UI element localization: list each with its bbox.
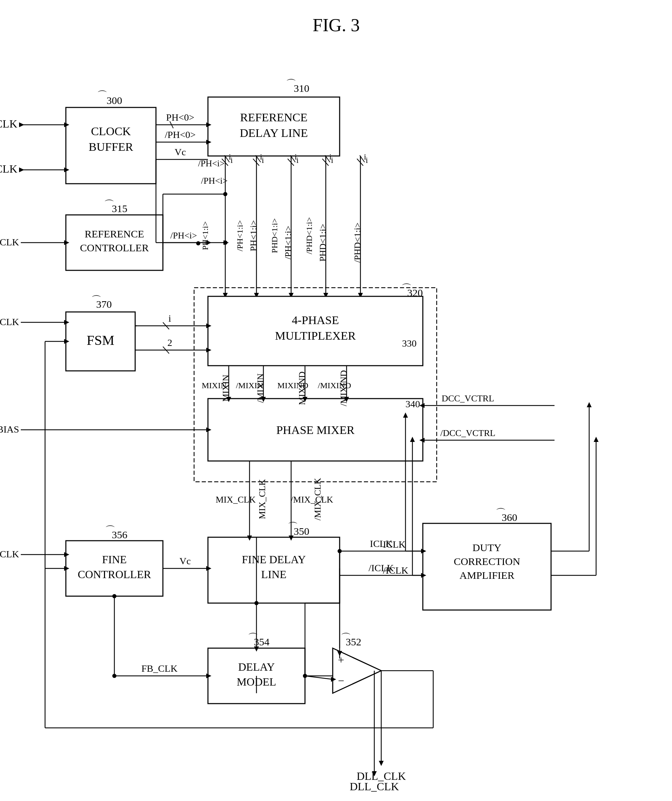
ndcc-vctrl-label: /DCC_VCTRL	[440, 428, 495, 438]
diagram-container: FIG. 3 CLOCK BUFFER 300 ⌒ CLK /CLK REFER…	[0, 0, 672, 801]
nph0-label: /PH<0>	[165, 129, 196, 140]
clock-buffer-label-1: CLOCK	[91, 125, 131, 138]
fine-delay-line-label-1: FINE DELAY	[242, 553, 306, 566]
clock-buffer-ref-arc: ⌒	[97, 89, 108, 101]
svg-point-127	[338, 549, 342, 553]
nmixind-rotated-label: /MIXIND	[339, 370, 349, 406]
four-phase-mux-label-2: MULTIPLEXER	[275, 329, 356, 342]
clock-buffer-label-2: BUFFER	[89, 140, 133, 153]
fsm-label: FSM	[87, 332, 114, 348]
svg-marker-5	[19, 167, 24, 172]
svg-marker-91	[379, 761, 384, 766]
ref-delay-line-label-1: REFERENCE	[240, 111, 308, 124]
phase-mixer-label: PHASE MIXER	[276, 423, 355, 436]
minus-label: −	[338, 674, 344, 687]
ref-clk-label-2: REF_CLK	[0, 317, 19, 327]
nphd1i-label: /PHD<1:i>	[305, 217, 313, 254]
duty-correction-amp-label-3: AMPLIFIER	[460, 569, 514, 581]
duty-correction-amp-label-1: DUTY	[473, 542, 501, 553]
ref-clk-label-1: REF_CLK	[0, 237, 19, 248]
ref-delay-line-label-2: DELAY LINE	[240, 127, 308, 139]
delay-model-label-1: DELAY	[238, 661, 275, 673]
ref-clk-label-3: REF_CLK	[0, 548, 19, 560]
phi-label-2: /PH<i>	[170, 230, 197, 241]
svg-point-93	[112, 674, 116, 678]
four-phase-mux-ref: 330	[402, 338, 416, 349]
ref-controller-arc: ⌒	[104, 199, 114, 210]
nph1i-label: /PH<1:i>	[235, 220, 244, 251]
i-top-2: i	[260, 152, 262, 161]
fsm-arc: ⌒	[91, 294, 101, 306]
svg-point-109	[223, 241, 227, 245]
clock-buffer-ref: 300	[107, 95, 122, 106]
vc-label-top: Vc	[175, 146, 186, 158]
svg-marker-74	[587, 402, 592, 407]
dashed-box-arc: ⌒	[401, 283, 412, 294]
phase-mixer-ref: 340	[405, 399, 420, 409]
ref-controller-label-2: CONTROLLER	[80, 242, 149, 253]
four-phase-mux-label-1: 4-PHASE	[292, 314, 339, 327]
i-top-3: i	[294, 152, 297, 161]
nphd1i-rotated-label: /PHD<1:i>	[352, 222, 363, 263]
fine-delay-line-arc: ⌒	[288, 521, 298, 532]
nclk-label: /CLK	[0, 162, 17, 175]
fsm-2-label: 2	[167, 337, 172, 348]
mix-clk-rotated-label: MIX_CLK	[257, 479, 267, 519]
i-top-4: i	[329, 152, 332, 161]
dcc-vctrl-label: DCC_VCTRL	[442, 393, 494, 404]
fsm-i-label: i	[169, 313, 171, 324]
svg-marker-2	[19, 122, 24, 127]
svg-point-37	[196, 241, 200, 245]
fine-controller-label-2: CONTROLLER	[78, 568, 151, 581]
sel-bias-label: SEL_BIAS	[0, 424, 19, 435]
clk-label: CLK	[0, 117, 17, 130]
fine-controller-arc: ⌒	[105, 524, 116, 536]
dll-clk-output-label: DLL_CLK	[350, 780, 399, 793]
fb-clk-label: FB_CLK	[141, 663, 177, 674]
ph1i-label: PH<1:i>	[201, 221, 210, 250]
title: FIG. 3	[313, 15, 360, 35]
mix-clk-label: MIX_CLK	[215, 495, 256, 505]
fine-controller-label-1: FINE	[102, 553, 127, 566]
svg-line-132	[305, 676, 333, 679]
niclk-text: /ICLK	[383, 565, 408, 576]
vc-label-fine: Vc	[180, 556, 191, 566]
plus-label: +	[338, 654, 344, 666]
nmix-clk-rotated-label: /MIX_CLK	[313, 478, 323, 520]
svg-point-100	[112, 594, 116, 598]
ph1i-rotated-label: PH<1:i>	[249, 220, 259, 251]
nmixin-rotated-label: /MIXIN	[256, 373, 265, 403]
duty-correction-amp-arc: ⌒	[495, 507, 506, 518]
ph0-label: PH<0>	[166, 112, 194, 123]
ref-controller-label-1: REFERENCE	[85, 228, 144, 240]
svg-marker-77	[594, 437, 598, 442]
nmix-clk-label: /MIX_CLK	[291, 495, 333, 505]
mixind-rotated-label: MIXIND	[297, 372, 307, 405]
duty-correction-amp-label-2: CORRECTION	[454, 556, 520, 567]
phd1i-rotated-label: PHD<1:i>	[318, 224, 328, 262]
phi-label: /PH<i>	[198, 158, 225, 169]
mixin-rotated-label: MIXIN	[221, 375, 231, 402]
nph1i-rotated-label: /PH<1:i>	[283, 226, 293, 259]
iclk-text: ICLK	[383, 539, 405, 550]
phd1i-label: PHD<1:i>	[270, 218, 279, 253]
nphi-vertical-label: /PH<i>	[201, 176, 228, 186]
ref-delay-line-arc: ⌒	[286, 78, 296, 89]
comparator-arc: ⌒	[341, 632, 351, 643]
i-top-1: i	[229, 152, 231, 161]
fine-delay-line-label-2: LINE	[261, 568, 287, 581]
i-top-5: i	[364, 152, 367, 161]
